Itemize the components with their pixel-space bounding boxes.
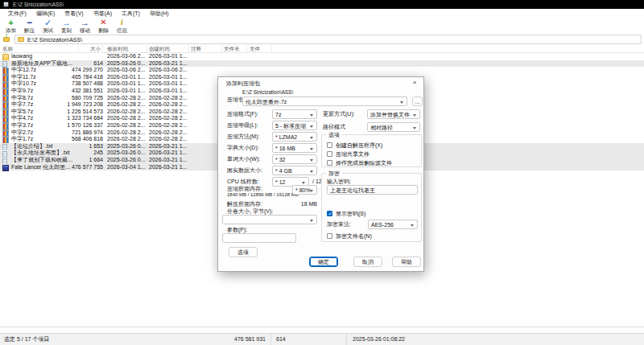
file-modified: 2026-02-28 2... [107, 136, 149, 143]
option-checkbox-label: 创建自解压程序(X) [336, 142, 382, 150]
file-modified: 2025-03-26 0... [107, 60, 149, 68]
toolbar-button-label: 移动 [80, 27, 90, 34]
field-combo[interactable]: 7z [272, 109, 317, 119]
list-item[interactable]: 最新地址及APP下载地...6142025-03-26 0...2026-03-… [0, 60, 644, 68]
toolbar-delete-button[interactable]: ✕删除 [94, 18, 113, 35]
addressbar: ↑ E:\Z Sinicization\ASS\ [0, 35, 644, 45]
folder-icon [18, 37, 24, 42]
options-group: 选项 创建自解压程序(X)压缩共享文件操作完成后删除源文件 [321, 134, 422, 167]
option-checkbox[interactable]: 创建自解压程序(X) [327, 142, 382, 149]
file-size: 1 226 514 573 [40, 109, 103, 116]
field-combo[interactable]: * 4 GB [272, 166, 317, 175]
file-size: 738 507 488 [40, 80, 103, 88]
file-modified: 2026-03-04 1... [107, 164, 149, 171]
column-header[interactable]: 文件夹 [224, 45, 247, 52]
toolbar-button-label: 解压 [24, 27, 35, 34]
file-created: 2026-03-21 1... [149, 60, 191, 68]
status-total-size: 476 581 931 [193, 334, 266, 345]
field-combo[interactable]: * 32 [272, 154, 317, 164]
update-mode-label: 更新方式(U): [323, 109, 355, 119]
update-mode-value: 添加并替换文件 [370, 112, 410, 117]
file-size: 1 664 [40, 157, 103, 164]
delete-icon: ✕ [100, 18, 106, 27]
field-combo[interactable]: * 16 MB [272, 143, 317, 153]
field-value: * 32 [275, 157, 285, 162]
options-group-title: 选项 [326, 131, 342, 138]
toolbar-button-label: 信息 [117, 27, 127, 34]
encrypt-filenames-label: 加密文件名(N) [336, 232, 372, 240]
close-icon[interactable]: × [411, 79, 419, 87]
update-mode-combo[interactable]: 添加并替换文件 [367, 109, 420, 119]
toolbar-extract-button[interactable]: −解压 [20, 18, 39, 35]
menu-item[interactable]: 帮助(H) [145, 9, 174, 18]
show-password-label: 显示密码(S) [336, 210, 365, 218]
compress-memory-combo[interactable]: * 80% [292, 185, 317, 195]
volume-size-combo[interactable] [222, 215, 317, 224]
file-created: 2026-03-21 1... [149, 150, 191, 157]
checkbox-icon [327, 233, 332, 239]
menu-item[interactable]: 工具(T) [117, 9, 145, 18]
path-mode-combo[interactable]: 相对路径 [367, 122, 420, 132]
toolbar-copy-button[interactable]: →复制 [57, 18, 76, 35]
toolbar: +添加−解压✓测试→复制→移动✕删除i信息 [0, 18, 644, 35]
archive-name-combo[interactable]: 伦太郎里番外.7z [242, 97, 407, 106]
file-modified: 2025-03-26 0... [107, 150, 149, 157]
column-header[interactable]: 修改时间 [107, 45, 147, 52]
column-header[interactable]: 名称 [2, 45, 79, 52]
status-focused-date: 2025-03-26 01:08:22 [353, 334, 405, 345]
field-combo[interactable]: 5 - 标准压缩 [272, 121, 317, 130]
file-created: 2026-02-28 2... [149, 109, 191, 116]
parent-folder-button[interactable]: ↑ [2, 35, 12, 44]
list-item[interactable]: 中字12.7z474 299 2702026-03-06 2...2026-03… [0, 67, 644, 74]
move-icon: → [80, 18, 89, 27]
field-label: 压缩格式(F): [227, 109, 258, 119]
option-checkbox[interactable]: 压缩共享文件 [327, 150, 369, 158]
encrypt-filenames-checkbox[interactable]: 加密文件名(N) [327, 232, 372, 240]
menu-item[interactable]: 编辑(E) [31, 9, 60, 18]
status-separator [270, 334, 271, 345]
file-created: 2026-03-21 1... [149, 164, 191, 171]
checkbox-icon [327, 160, 332, 166]
menu-item[interactable]: 查看(V) [60, 9, 88, 18]
help-button[interactable]: 帮助 [392, 257, 421, 267]
file-created: 2026-03-06 2... [149, 67, 191, 74]
parameters-input[interactable] [222, 233, 296, 243]
menu-item[interactable]: 书签(A) [89, 9, 117, 18]
file-created: 2026-03-01 1... [149, 80, 191, 88]
7zip-file-manager-window: E:\Z Sinicization\ASS\ 文件(F)编辑(E)查看(V)书签… [0, 0, 644, 345]
column-header[interactable]: 创建时间 [149, 45, 189, 52]
column-header[interactable]: 注释 [191, 45, 222, 52]
file-size: 580 709 725 [40, 95, 103, 102]
show-password-checkbox[interactable]: 显示密码(S) [327, 210, 365, 217]
file-size: 432 381 551 [40, 88, 103, 95]
encryption-method-label: 加密算法: [327, 220, 351, 229]
address-field[interactable]: E:\Z Sinicization\ASS\ [14, 35, 642, 44]
encryption-method-combo[interactable]: AES-256 [368, 220, 418, 229]
field-value: * LZMA2 [275, 134, 297, 140]
file-size [40, 53, 103, 60]
menubar: 文件(F)编辑(E)查看(V)书签(A)工具(T)帮助(H) [0, 9, 644, 18]
list-item[interactable]: laowang2026-03-06 2...2026-03-01 1... [0, 53, 644, 60]
file-created: 2026-02-28 2... [149, 101, 191, 109]
toolbar-move-button[interactable]: →移动 [76, 18, 94, 35]
toolbar-info-button[interactable]: i信息 [113, 18, 131, 35]
options-button[interactable]: 选项 [229, 247, 258, 257]
encryption-method-value: AES-256 [371, 222, 394, 228]
file-size: 1 323 734 684 [40, 115, 103, 122]
column-header[interactable]: 大小 [80, 45, 103, 52]
compress-memory-detail: 1840 MB / 12896 MB / 16128 MB [227, 192, 299, 197]
dialog-title: 添加到压缩包 [226, 80, 260, 88]
field-combo[interactable]: * LZMA2 [272, 132, 317, 142]
status-focused-size: 614 [276, 334, 286, 345]
cancel-button[interactable]: 取消 [353, 257, 382, 267]
ok-button[interactable]: 确定 [309, 257, 338, 267]
decompress-memory-value: 18 MB [293, 199, 317, 209]
file-modified: 2025-03-26 0... [107, 143, 149, 150]
app-icon [3, 2, 9, 7]
password-input[interactable]: 上老王论坛找老王 [327, 185, 418, 195]
column-header[interactable]: 文件 [250, 45, 272, 52]
toolbar-test-button[interactable]: ✓测试 [39, 18, 57, 35]
option-checkbox[interactable]: 操作完成后删除源文件 [327, 159, 392, 166]
browse-button[interactable]: ... [412, 97, 423, 106]
file-created: 2026-03-21 1... [149, 143, 191, 150]
